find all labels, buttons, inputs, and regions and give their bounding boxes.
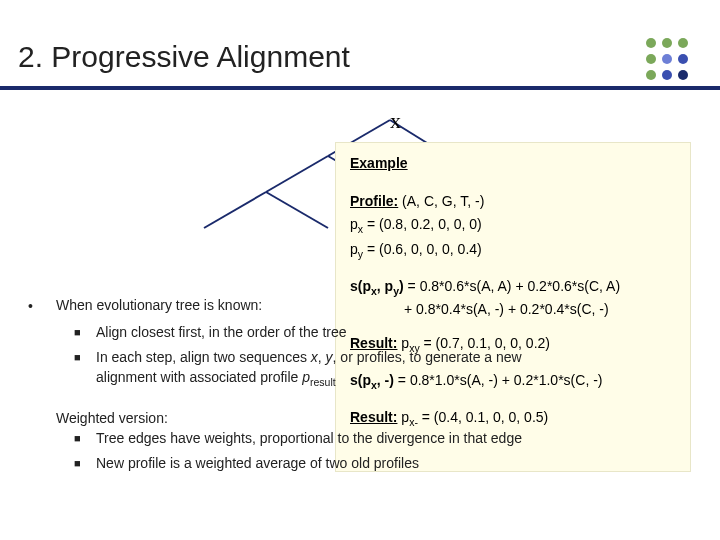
corner-dots-decoration — [646, 38, 700, 92]
main-bullet-text: When evolutionary tree is known: — [56, 295, 262, 315]
title-underline — [0, 86, 720, 90]
sub-bullet-text: In each step, align two sequences x, y, … — [96, 347, 522, 390]
sub-bullet: ■ Tree edges have weights, proportional … — [56, 428, 688, 448]
square-bullet-icon: ■ — [74, 347, 96, 366]
weighted-heading: Weighted version: — [56, 408, 688, 428]
profile-value: (A, C, G, T, -) — [398, 193, 484, 209]
py-vector: py = (0.6, 0, 0, 0, 0.4) — [350, 239, 676, 262]
square-bullet-icon: ■ — [74, 322, 96, 341]
svg-line-4 — [204, 192, 266, 228]
svg-line-2 — [266, 156, 328, 192]
sub-bullet-list-1: ■ Align closest first, in the order of t… — [28, 322, 688, 390]
square-bullet-icon: ■ — [74, 453, 96, 472]
slide-title: 2. Progressive Alignment — [18, 40, 350, 74]
sub-bullet-text: Tree edges have weights, proportional to… — [96, 428, 522, 448]
main-bullet: • When evolutionary tree is known: — [28, 295, 688, 316]
sub-bullet: ■ Align closest first, in the order of t… — [74, 322, 688, 342]
svg-line-5 — [266, 192, 328, 228]
square-bullet-icon: ■ — [74, 428, 96, 447]
sub-bullet-text: Align closest first, in the order of the… — [96, 322, 347, 342]
px-vector: px = (0.8, 0.2, 0, 0, 0) — [350, 214, 676, 237]
slide: 2. Progressive Alignment x Example Pro — [0, 0, 720, 540]
bullet-dot-icon: • — [28, 295, 56, 316]
tree-node-x-label: x — [390, 108, 401, 134]
weighted-section: Weighted version: ■ Tree edges have weig… — [28, 408, 688, 473]
profile-label: Profile: — [350, 193, 398, 209]
sub-bullet: ■ New profile is a weighted average of t… — [56, 453, 688, 473]
body-content: • When evolutionary tree is known: ■ Ali… — [28, 295, 688, 477]
sub-bullet: ■ In each step, align two sequences x, y… — [74, 347, 688, 390]
sub-bullet-text: New profile is a weighted average of two… — [96, 453, 419, 473]
example-heading: Example — [350, 153, 676, 173]
profile-definition: Profile: (A, C, G, T, -) — [350, 191, 676, 211]
